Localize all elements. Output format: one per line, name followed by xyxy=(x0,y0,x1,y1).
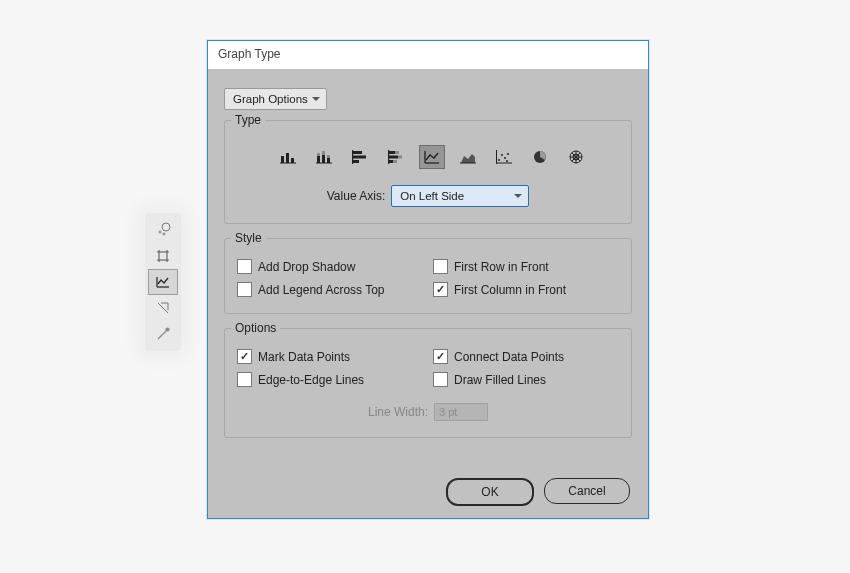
svg-rect-34 xyxy=(496,163,512,164)
cancel-button[interactable]: Cancel xyxy=(544,478,630,504)
pie-graph-icon[interactable] xyxy=(527,145,553,169)
graph-type-dialog: Graph Type Graph Options Type xyxy=(207,40,649,519)
dialog-title: Graph Type xyxy=(208,41,648,70)
area-graph-icon[interactable] xyxy=(455,145,481,169)
svg-rect-7 xyxy=(291,158,294,163)
svg-rect-22 xyxy=(389,156,398,159)
value-axis-select[interactable]: On Left Side xyxy=(391,185,529,207)
spray-tool-icon[interactable] xyxy=(148,217,178,243)
svg-rect-8 xyxy=(280,163,296,164)
checkbox-first-column-in-front[interactable]: First Column in Front xyxy=(433,282,619,297)
svg-point-32 xyxy=(507,153,509,155)
svg-point-2 xyxy=(163,233,165,235)
graph-options-select[interactable]: Graph Options xyxy=(224,88,327,110)
checkbox-label: First Row in Front xyxy=(454,260,549,274)
checkbox-first-row-in-front[interactable]: First Row in Front xyxy=(433,259,619,274)
group-options-legend: Options xyxy=(231,321,280,335)
line-graph-icon[interactable] xyxy=(419,145,445,169)
checkbox-connect-data-points[interactable]: Connect Data Points xyxy=(433,349,619,364)
ok-button-label: OK xyxy=(481,485,498,499)
svg-point-4 xyxy=(166,328,169,331)
cancel-button-label: Cancel xyxy=(568,484,605,498)
checkbox-label: Connect Data Points xyxy=(454,350,564,364)
svg-point-29 xyxy=(498,159,500,161)
slice-tool-icon[interactable] xyxy=(148,295,178,321)
svg-rect-6 xyxy=(286,153,289,163)
svg-point-0 xyxy=(162,223,170,231)
svg-rect-14 xyxy=(327,155,330,158)
svg-rect-15 xyxy=(316,163,332,164)
column-graph-icon[interactable] xyxy=(275,145,301,169)
tool-palette xyxy=(145,213,181,351)
svg-marker-27 xyxy=(461,154,475,163)
graph-type-row xyxy=(275,145,619,169)
svg-rect-12 xyxy=(322,151,325,155)
checkbox-label: Add Drop Shadow xyxy=(258,260,355,274)
line-width-label: Line Width: xyxy=(368,405,428,419)
svg-rect-28 xyxy=(460,163,476,164)
group-type: Type xyxy=(224,120,632,224)
svg-rect-21 xyxy=(395,151,399,154)
ok-button[interactable]: OK xyxy=(446,478,534,506)
graph-options-select-label: Graph Options xyxy=(233,93,308,105)
checkbox-label: First Column in Front xyxy=(454,283,566,297)
svg-point-31 xyxy=(504,157,506,159)
svg-rect-16 xyxy=(353,151,362,154)
eyedropper-tool-icon[interactable] xyxy=(148,321,178,347)
checkbox-edge-to-edge-lines[interactable]: Edge-to-Edge Lines xyxy=(237,372,423,387)
svg-rect-20 xyxy=(389,151,395,154)
svg-point-1 xyxy=(159,231,161,233)
svg-rect-25 xyxy=(393,160,397,163)
checkbox-add-drop-shadow[interactable]: Add Drop Shadow xyxy=(237,259,423,274)
group-style-legend: Style xyxy=(231,231,266,245)
svg-rect-23 xyxy=(398,156,402,159)
stacked-bar-graph-icon[interactable] xyxy=(383,145,409,169)
dialog-body: Graph Options Type xyxy=(208,70,648,518)
line-width-value: 3 pt xyxy=(439,406,457,418)
svg-point-30 xyxy=(501,154,503,156)
bar-graph-icon[interactable] xyxy=(347,145,373,169)
checkbox-mark-data-points[interactable]: Mark Data Points xyxy=(237,349,423,364)
checkbox-label: Add Legend Across Top xyxy=(258,283,385,297)
svg-rect-5 xyxy=(281,156,284,163)
checkbox-label: Mark Data Points xyxy=(258,350,350,364)
stacked-column-graph-icon[interactable] xyxy=(311,145,337,169)
dialog-buttons: OK Cancel xyxy=(224,478,632,506)
graph-tool-icon[interactable] xyxy=(148,269,178,295)
svg-rect-9 xyxy=(317,156,320,163)
value-axis-label: Value Axis: xyxy=(327,189,385,203)
radar-graph-icon[interactable] xyxy=(563,145,589,169)
svg-rect-17 xyxy=(353,156,366,159)
checkbox-draw-filled-lines[interactable]: Draw Filled Lines xyxy=(433,372,619,387)
checkbox-label: Edge-to-Edge Lines xyxy=(258,373,364,387)
group-type-legend: Type xyxy=(231,113,265,127)
svg-rect-19 xyxy=(352,150,353,164)
svg-rect-35 xyxy=(496,150,497,164)
artboard-tool-icon[interactable] xyxy=(148,243,178,269)
svg-rect-10 xyxy=(317,153,320,156)
svg-rect-18 xyxy=(353,160,359,163)
value-axis-value: On Left Side xyxy=(400,190,464,202)
checkbox-label: Draw Filled Lines xyxy=(454,373,546,387)
svg-rect-3 xyxy=(159,252,167,260)
svg-rect-24 xyxy=(389,160,393,163)
svg-rect-26 xyxy=(388,150,389,164)
svg-rect-13 xyxy=(327,158,330,163)
group-options: Options Mark Data Points Connect Data Po… xyxy=(224,328,632,438)
scatter-graph-icon[interactable] xyxy=(491,145,517,169)
svg-rect-11 xyxy=(322,155,325,163)
checkbox-add-legend-across-top[interactable]: Add Legend Across Top xyxy=(237,282,423,297)
line-width-input: 3 pt xyxy=(434,403,488,421)
svg-point-33 xyxy=(506,160,508,162)
group-style: Style Add Drop Shadow First Row in Front… xyxy=(224,238,632,314)
